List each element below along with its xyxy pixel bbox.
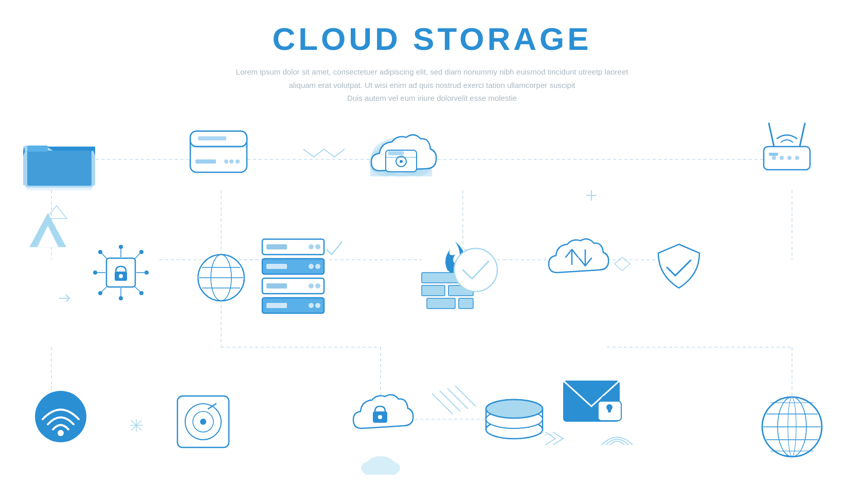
svg-point-120 [200, 419, 206, 425]
svg-point-61 [772, 156, 776, 160]
svg-point-80 [98, 291, 102, 295]
check-circle-icon [454, 248, 497, 292]
database-icon [486, 400, 543, 439]
svg-point-79 [139, 250, 143, 254]
subtitle-line-1: Lorem ipsum dolor sit amet, consectetuer… [0, 65, 864, 79]
chip-security-icon [93, 245, 149, 300]
svg-point-99 [309, 264, 314, 269]
svg-point-112 [454, 248, 497, 292]
svg-rect-40 [27, 146, 48, 152]
svg-point-106 [315, 303, 320, 308]
svg-point-45 [229, 159, 233, 164]
svg-point-56 [400, 160, 403, 163]
svg-point-84 [119, 274, 123, 278]
svg-rect-43 [190, 146, 247, 148]
server-rack-icon [262, 239, 324, 313]
svg-line-29 [447, 388, 468, 409]
svg-rect-101 [266, 283, 287, 289]
svg-rect-57 [388, 151, 404, 155]
svg-rect-104 [266, 303, 287, 308]
globe-icon [762, 397, 822, 457]
svg-point-46 [236, 159, 240, 164]
svg-rect-38 [365, 468, 396, 475]
hdd-icon [190, 131, 247, 172]
svg-point-100 [315, 264, 320, 269]
cloud-transfer-icon [549, 239, 608, 273]
svg-marker-25 [615, 257, 630, 271]
svg-point-63 [787, 156, 791, 160]
svg-point-62 [780, 156, 784, 160]
email-lock-icon [563, 381, 621, 422]
svg-point-75 [145, 271, 149, 275]
svg-point-64 [795, 156, 799, 160]
subtitle-line-2: aliquam erat volutpat. Ut wisi enim ad q… [0, 79, 864, 92]
svg-rect-95 [266, 244, 287, 249]
svg-point-102 [309, 283, 314, 289]
svg-rect-44 [195, 159, 216, 164]
main-illustration [0, 100, 864, 504]
svg-rect-54 [386, 157, 417, 158]
svg-point-130 [486, 400, 543, 418]
svg-line-28 [440, 391, 460, 411]
svg-point-123 [378, 415, 382, 419]
router-icon [764, 123, 810, 170]
svg-line-58 [769, 123, 774, 147]
svg-rect-60 [764, 147, 810, 170]
svg-point-103 [315, 283, 320, 289]
svg-point-97 [315, 244, 320, 249]
svg-rect-134 [608, 407, 611, 412]
svg-point-78 [98, 250, 102, 254]
cloud-lock-icon [353, 394, 413, 428]
svg-rect-108 [422, 285, 445, 296]
svg-point-105 [309, 303, 314, 308]
shield-icon [658, 244, 699, 288]
svg-rect-110 [427, 298, 455, 309]
svg-point-81 [139, 291, 143, 295]
svg-line-59 [800, 123, 805, 147]
svg-point-76 [119, 245, 123, 249]
cloud-hdd-icon [369, 134, 439, 176]
svg-point-74 [93, 271, 97, 275]
disk-drive-icon [177, 396, 229, 447]
sphere-icon [198, 255, 244, 301]
svg-line-27 [432, 393, 453, 414]
svg-rect-98 [266, 264, 287, 269]
svg-rect-65 [769, 153, 778, 156]
svg-point-116 [58, 430, 64, 436]
svg-point-77 [119, 296, 123, 300]
svg-point-96 [309, 244, 314, 249]
svg-rect-48 [198, 136, 226, 140]
svg-rect-111 [459, 298, 473, 309]
svg-line-30 [455, 386, 476, 406]
subtitle-block: Lorem ipsum dolor sit amet, consectetuer… [0, 65, 864, 105]
page-title: CLOUD STORAGE [0, 0, 864, 57]
wifi-circle-icon [35, 391, 86, 442]
svg-point-47 [224, 159, 228, 164]
